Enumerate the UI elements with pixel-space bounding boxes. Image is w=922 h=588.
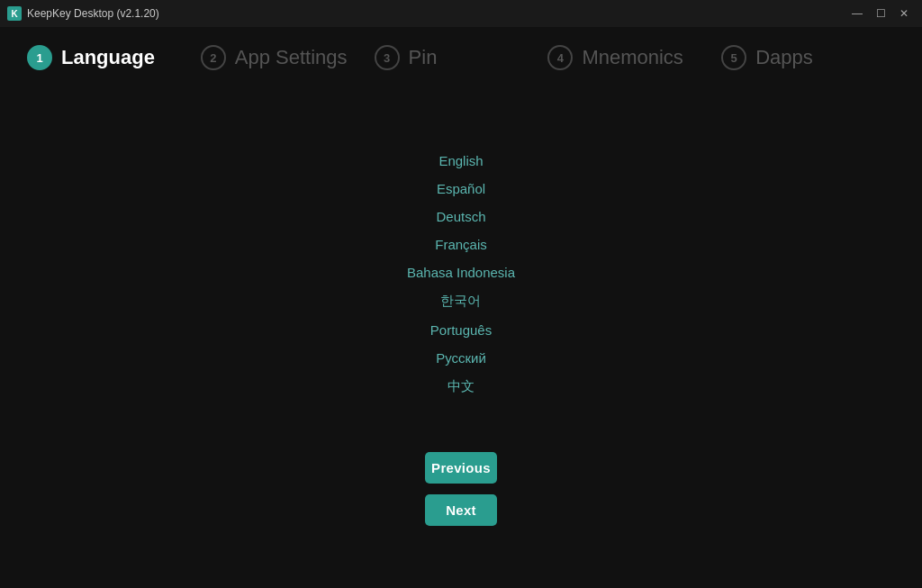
- step-5[interactable]: 5 Dapps: [721, 45, 895, 70]
- minimize-button[interactable]: —: [846, 5, 868, 23]
- language-item-6[interactable]: Português: [416, 320, 506, 340]
- steps-navigation: 1 Language 2 App Settings 3 Pin 4 Mnemon…: [0, 27, 922, 88]
- step-5-circle: 5: [721, 45, 746, 70]
- language-item-8[interactable]: 中文: [433, 375, 489, 398]
- language-item-7[interactable]: Русский: [421, 348, 501, 368]
- language-item-1[interactable]: Español: [422, 178, 500, 199]
- step-1-circle: 1: [27, 45, 52, 70]
- step-1-label: Language: [61, 46, 155, 69]
- titlebar-title: KeepKey Desktop (v2.1.20): [27, 7, 159, 20]
- language-item-3[interactable]: Français: [420, 234, 502, 255]
- step-2-label: App Settings: [235, 46, 348, 69]
- step-5-label: Dapps: [755, 46, 813, 69]
- language-item-2[interactable]: Deutsch: [421, 206, 500, 227]
- language-list: EnglishEspañolDeutschFrançaisBahasa Indo…: [393, 150, 529, 398]
- previous-button[interactable]: Previous: [425, 452, 497, 484]
- main-content: 1 Language 2 App Settings 3 Pin 4 Mnemon…: [0, 27, 922, 588]
- maximize-button[interactable]: ☐: [870, 5, 891, 23]
- step-4-label: Mnemonics: [582, 46, 682, 69]
- next-button[interactable]: Next: [425, 494, 497, 526]
- main-area: EnglishEspañolDeutschFrançaisBahasa Indo…: [0, 88, 922, 588]
- step-3-circle: 3: [375, 45, 400, 70]
- titlebar: K KeepKey Desktop (v2.1.20) — ☐ ✕: [0, 0, 922, 27]
- buttons-area: Previous Next: [425, 452, 497, 526]
- close-button[interactable]: ✕: [893, 5, 915, 23]
- app-icon: K: [7, 6, 22, 21]
- titlebar-left: K KeepKey Desktop (v2.1.20): [7, 6, 159, 21]
- language-item-4[interactable]: Bahasa Indonesia: [393, 262, 529, 283]
- step-4-circle: 4: [547, 45, 573, 70]
- step-2-circle: 2: [201, 45, 226, 70]
- step-2[interactable]: 2 App Settings: [201, 45, 375, 70]
- step-3[interactable]: 3 Pin: [375, 45, 548, 70]
- step-1[interactable]: 1 Language: [27, 45, 201, 70]
- step-4[interactable]: 4 Mnemonics: [547, 45, 721, 70]
- step-3-label: Pin: [409, 46, 438, 69]
- language-item-5[interactable]: 한국어: [426, 290, 495, 312]
- language-item-0[interactable]: English: [424, 150, 497, 171]
- titlebar-controls: — ☐ ✕: [846, 5, 915, 23]
